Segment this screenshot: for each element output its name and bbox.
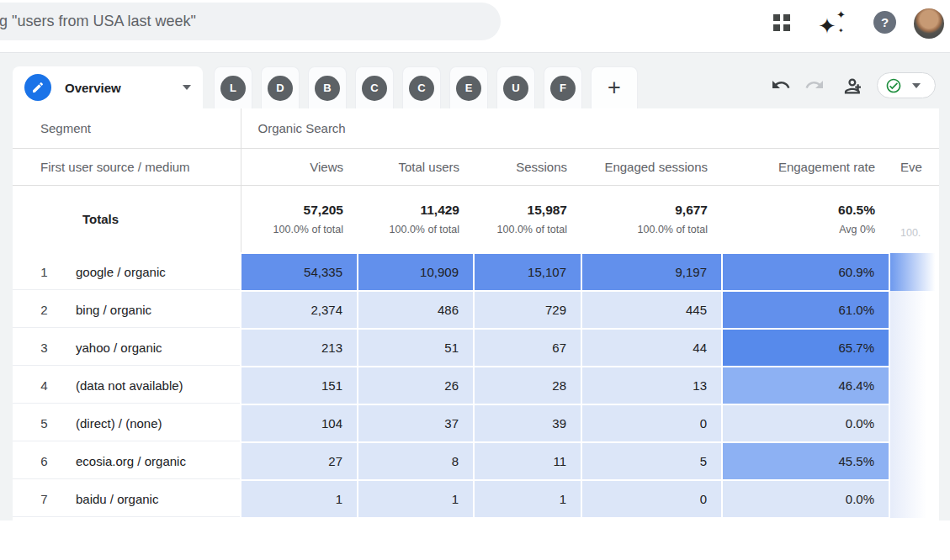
chevron-down-icon bbox=[183, 85, 191, 90]
cell-engaged-sessions: 0 bbox=[581, 404, 722, 442]
cell-total-users: 37 bbox=[358, 404, 474, 442]
totals-value: 15,987 bbox=[474, 203, 567, 218]
row-dimension: 3yahoo / organic bbox=[13, 329, 241, 367]
col-header-event-count-clipped[interactable]: Eve bbox=[889, 148, 939, 185]
cell-event-count-clipped bbox=[889, 291, 939, 329]
row-dimension: 2bing / organic bbox=[13, 291, 241, 329]
totals-subtext: 100.0% of total bbox=[241, 224, 344, 235]
col-header-sessions[interactable]: Sessions bbox=[474, 148, 581, 185]
segment-header: Segment bbox=[13, 108, 241, 148]
cell-engagement-rate: 60.9% bbox=[722, 253, 889, 291]
cell-engagement-rate: 0.0% bbox=[722, 404, 889, 442]
cell-total-users: 486 bbox=[358, 291, 474, 329]
row-dimension: 6ecosia.org / organic bbox=[13, 442, 241, 480]
cell-sessions: 729 bbox=[474, 291, 581, 329]
sparkle-small: ✦ bbox=[836, 8, 846, 21]
tab-e[interactable]: E bbox=[449, 66, 488, 108]
tab-d[interactable]: D bbox=[261, 66, 300, 108]
row-rank: 6 bbox=[13, 454, 76, 468]
row-rank: 3 bbox=[13, 341, 76, 355]
tab-b[interactable]: B bbox=[308, 66, 347, 108]
totals-value: 60.5% bbox=[722, 203, 875, 218]
col-header-engagement-rate[interactable]: Engagement rate bbox=[722, 148, 889, 185]
row-rank: 5 bbox=[13, 416, 76, 431]
gemini-sparkle-icon[interactable]: ✦ ✦ ✦ bbox=[818, 8, 848, 42]
tab-u[interactable]: U bbox=[496, 66, 535, 108]
cell-engagement-rate: 46.4% bbox=[722, 367, 889, 404]
cell-engagement-rate: 45.5% bbox=[722, 442, 889, 480]
edit-pencil-icon bbox=[24, 74, 51, 101]
chevron-down-icon bbox=[912, 83, 921, 88]
cell-engagement-rate: 61.0% bbox=[722, 291, 889, 329]
row-dimension: 1google / organic bbox=[13, 253, 241, 291]
table-row: 1google / organic 54,335 10,909 15,107 9… bbox=[13, 253, 939, 291]
cell-sessions: 39 bbox=[474, 404, 581, 442]
cell-sessions: 11 bbox=[474, 442, 581, 480]
table-row: 3yahoo / organic 213 51 67 44 65.7% bbox=[13, 329, 939, 367]
table-row: 7baidu / organic 1 1 1 0 0.0% bbox=[13, 480, 939, 518]
ga4-exploration-page: g "users from USA last week" ✦ ✦ ✦ ? Ove… bbox=[0, 0, 950, 560]
user-avatar[interactable] bbox=[914, 8, 944, 39]
segment-value[interactable]: Organic Search bbox=[241, 108, 939, 148]
search-input[interactable]: g "users from USA last week" bbox=[0, 3, 501, 40]
add-tab-button[interactable]: + bbox=[591, 66, 638, 108]
cell-sessions: 28 bbox=[474, 367, 581, 404]
cell-total-users: 1 bbox=[358, 480, 474, 518]
totals-total-users: 11,429 100.0% of total bbox=[358, 185, 474, 253]
cell-total-users: 26 bbox=[358, 367, 474, 404]
help-icon[interactable]: ? bbox=[873, 11, 896, 34]
row-label: yahoo / organic bbox=[76, 341, 162, 355]
table-footer-area bbox=[0, 520, 950, 560]
totals-sessions: 15,987 100.0% of total bbox=[474, 185, 581, 253]
tab-l[interactable]: L bbox=[214, 66, 252, 108]
tab-f[interactable]: F bbox=[544, 66, 582, 108]
totals-value: 11,429 bbox=[358, 203, 459, 218]
totals-engaged-sessions: 9,677 100.0% of total bbox=[581, 185, 722, 253]
row-label: baidu / organic bbox=[76, 492, 158, 506]
cell-views: 213 bbox=[241, 329, 358, 367]
tab-overview-active[interactable]: Overview bbox=[13, 66, 203, 108]
share-add-person-button[interactable] bbox=[838, 75, 862, 95]
cell-total-users: 51 bbox=[358, 329, 474, 367]
cell-event-count-clipped bbox=[889, 442, 939, 480]
col-header-total-users[interactable]: Total users bbox=[358, 148, 474, 185]
dimension-header[interactable]: First user source / medium bbox=[13, 148, 241, 185]
tab-letter: F bbox=[550, 76, 576, 101]
tab-letter: C bbox=[362, 76, 387, 101]
col-header-views[interactable]: Views bbox=[241, 148, 358, 185]
row-label: google / organic bbox=[76, 265, 166, 279]
cell-total-users: 8 bbox=[358, 442, 474, 480]
totals-value: 57,205 bbox=[241, 203, 344, 218]
cell-event-count-clipped bbox=[889, 367, 939, 404]
cell-event-count-clipped bbox=[889, 253, 939, 291]
undo-button[interactable] bbox=[771, 75, 791, 95]
cell-event-count-clipped bbox=[889, 480, 939, 518]
totals-event-count-clipped: 100. bbox=[889, 185, 939, 253]
totals-engagement-rate: 60.5% Avg 0% bbox=[722, 185, 889, 253]
cell-engaged-sessions: 0 bbox=[581, 480, 722, 518]
column-header-row: First user source / medium Views Total u… bbox=[13, 148, 939, 185]
tab-letter: D bbox=[268, 76, 293, 101]
totals-subtext: 100.0% of total bbox=[474, 224, 567, 235]
grid-square bbox=[773, 24, 780, 31]
table-row: 4(data not available) 151 26 28 13 46.4% bbox=[13, 367, 939, 404]
cell-views: 151 bbox=[241, 367, 358, 404]
cell-views: 2,374 bbox=[241, 291, 358, 329]
cell-views: 54,335 bbox=[241, 253, 358, 291]
tab-c1[interactable]: C bbox=[355, 66, 394, 108]
tab-letter: B bbox=[315, 76, 340, 101]
row-label: (direct) / (none) bbox=[76, 416, 162, 431]
col-header-engaged-sessions[interactable]: Engaged sessions bbox=[581, 148, 722, 185]
cell-sessions: 15,107 bbox=[474, 253, 581, 291]
exploration-content: Overview L D B C C E U F + bbox=[0, 52, 950, 560]
sparkle-large: ✦ bbox=[818, 13, 836, 40]
tab-c2[interactable]: C bbox=[402, 66, 441, 108]
totals-subtext: 100. bbox=[900, 227, 939, 239]
redo-button[interactable] bbox=[804, 75, 825, 95]
table-row: 6ecosia.org / organic 27 8 11 5 45.5% bbox=[13, 442, 939, 480]
cell-engaged-sessions: 13 bbox=[581, 367, 722, 404]
google-apps-grid-icon[interactable] bbox=[773, 14, 790, 31]
approval-status-button[interactable] bbox=[877, 72, 936, 98]
cell-sessions: 1 bbox=[474, 480, 581, 518]
grid-square bbox=[783, 14, 790, 21]
